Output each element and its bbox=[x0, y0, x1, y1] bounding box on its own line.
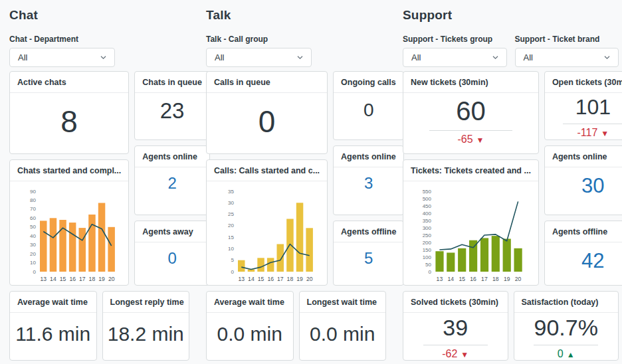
talk-agents-online-title: Agents online bbox=[334, 146, 403, 167]
talk-longest-wait-value: 0.0 min bbox=[300, 313, 386, 345]
svg-text:13: 13 bbox=[437, 276, 443, 282]
section-support: Support Support - Tickets group All Supp… bbox=[403, 8, 619, 361]
chats-in-queue-card: Chats in queue 23 bbox=[134, 71, 210, 140]
talk-longest-wait-title: Longest wait time bbox=[300, 292, 386, 313]
svg-text:550: 550 bbox=[423, 189, 432, 195]
svg-text:13: 13 bbox=[41, 276, 47, 282]
talk-agents-online-card: Agents online 3 bbox=[333, 145, 404, 215]
chevron-down-icon bbox=[603, 53, 611, 62]
svg-text:350: 350 bbox=[423, 218, 432, 224]
support-ticket-brand-dropdown[interactable]: All bbox=[515, 48, 619, 67]
solved-tickets-delta: -62 ▼ bbox=[403, 348, 508, 360]
svg-text:19: 19 bbox=[504, 276, 510, 282]
svg-text:90: 90 bbox=[30, 189, 36, 195]
calls-chart-title: Calls: Calls started and c... bbox=[207, 160, 327, 181]
support-agents-offline-title: Agents offline bbox=[545, 221, 622, 242]
trend-up-icon: ▲ bbox=[567, 349, 575, 359]
calls-in-queue-title: Calls in queue bbox=[207, 72, 327, 93]
tickets-chart-card: Tickets: Tickets created and ... 0501001… bbox=[403, 159, 539, 286]
trend-down-icon: ▼ bbox=[476, 135, 484, 145]
svg-text:17: 17 bbox=[482, 276, 488, 282]
support-tickets-group-filter-label: Support - Tickets group bbox=[403, 35, 507, 44]
svg-text:16: 16 bbox=[470, 276, 477, 282]
ongoing-calls-title: Ongoing calls bbox=[334, 72, 403, 93]
talk-section-title: Talk bbox=[206, 8, 386, 23]
tickets-created-solved-chart: 0501001502002503003504004505005501314151… bbox=[415, 185, 527, 286]
svg-text:450: 450 bbox=[423, 203, 432, 209]
svg-text:18: 18 bbox=[492, 276, 499, 282]
svg-text:500: 500 bbox=[423, 196, 432, 202]
chats-in-queue-value: 23 bbox=[135, 93, 209, 123]
talk-average-wait-title: Average wait time bbox=[207, 292, 293, 313]
chat-average-wait-title: Average wait time bbox=[10, 292, 96, 313]
talk-agents-online-value: 3 bbox=[334, 167, 403, 192]
section-chat: Chat Chat - Department All Active chats … bbox=[9, 8, 189, 361]
support-ticket-brand-dropdown-value: All bbox=[524, 52, 533, 62]
chat-agents-online-title: Agents online bbox=[135, 146, 209, 167]
svg-text:14: 14 bbox=[448, 276, 455, 282]
support-ticket-brand-filter: Support - Ticket brand All bbox=[515, 35, 619, 67]
support-tickets-group-dropdown[interactable]: All bbox=[403, 48, 507, 67]
chat-longest-reply-title: Longest reply time bbox=[103, 292, 189, 313]
svg-text:18: 18 bbox=[286, 276, 293, 282]
chat-agents-away-card: Agents away 0 bbox=[134, 221, 210, 286]
svg-text:16: 16 bbox=[267, 276, 274, 282]
chat-agents-away-title: Agents away bbox=[135, 221, 209, 242]
satisfaction-delta-value: 0 bbox=[558, 348, 564, 360]
svg-text:35: 35 bbox=[228, 189, 234, 195]
solved-tickets-value: 39 bbox=[403, 313, 508, 340]
active-chats-value: 8 bbox=[10, 93, 128, 139]
chat-department-filter: Chat - Department All bbox=[9, 35, 115, 67]
svg-text:10: 10 bbox=[30, 260, 36, 266]
svg-text:100: 100 bbox=[423, 254, 432, 260]
svg-text:300: 300 bbox=[423, 225, 432, 231]
support-ticket-brand-filter-label: Support - Ticket brand bbox=[515, 35, 619, 44]
talk-call-group-filter: Talk - Call group All bbox=[206, 35, 312, 67]
svg-text:150: 150 bbox=[423, 247, 432, 253]
satisfaction-delta: 0 ▲ bbox=[514, 348, 619, 360]
talk-call-group-dropdown[interactable]: All bbox=[206, 48, 312, 67]
delta-divider bbox=[563, 124, 622, 124]
svg-text:40: 40 bbox=[30, 233, 36, 239]
satisfaction-title: Satisfaction (today) bbox=[514, 292, 619, 313]
open-tickets-delta: -117 ▼ bbox=[545, 127, 622, 139]
chat-average-wait-card: Average wait time 11.6 min bbox=[9, 291, 97, 361]
svg-text:17: 17 bbox=[79, 276, 86, 282]
solved-tickets-delta-value: -62 bbox=[442, 348, 457, 360]
svg-text:80: 80 bbox=[30, 197, 36, 203]
svg-text:20: 20 bbox=[228, 223, 234, 228]
chat-agents-online-value: 2 bbox=[135, 167, 209, 192]
support-agents-online-value: 30 bbox=[545, 167, 622, 197]
chat-longest-reply-value: 18.2 min bbox=[103, 313, 189, 345]
svg-text:0: 0 bbox=[33, 269, 37, 275]
svg-text:20: 20 bbox=[515, 276, 522, 282]
svg-text:19: 19 bbox=[296, 276, 303, 282]
chat-department-dropdown[interactable]: All bbox=[9, 48, 115, 67]
chat-agents-away-value: 0 bbox=[135, 242, 209, 267]
svg-text:50: 50 bbox=[30, 224, 36, 230]
svg-text:15: 15 bbox=[459, 276, 466, 282]
open-tickets-card: Open tickets (30min) 101 -117 ▼ bbox=[544, 71, 622, 140]
svg-text:60: 60 bbox=[30, 215, 36, 221]
section-talk: Talk Talk - Call group All Calls in queu… bbox=[206, 8, 386, 361]
svg-text:0: 0 bbox=[231, 269, 234, 275]
new-tickets-delta: -65 ▼ bbox=[403, 134, 538, 145]
talk-call-group-filter-label: Talk - Call group bbox=[206, 35, 312, 44]
chat-average-wait-value: 11.6 min bbox=[10, 313, 96, 345]
svg-text:19: 19 bbox=[98, 276, 105, 282]
solved-tickets-card: Solved tickets (30min) 39 -62 ▼ bbox=[403, 291, 508, 361]
svg-text:50: 50 bbox=[426, 262, 432, 268]
talk-agents-offline-card: Agents offline 5 bbox=[333, 221, 404, 286]
svg-text:13: 13 bbox=[238, 276, 245, 282]
calls-started-completed-chart: 051015202530351314151617181920 bbox=[218, 185, 318, 286]
talk-call-group-dropdown-value: All bbox=[215, 52, 224, 62]
svg-text:14: 14 bbox=[50, 276, 56, 282]
svg-text:70: 70 bbox=[30, 206, 36, 212]
active-chats-card: Active chats 8 bbox=[9, 71, 129, 154]
trend-down-icon: ▼ bbox=[601, 128, 609, 138]
solved-tickets-title: Solved tickets (30min) bbox=[403, 292, 508, 313]
svg-text:15: 15 bbox=[60, 276, 66, 282]
svg-text:17: 17 bbox=[277, 276, 284, 282]
chat-agents-online-card: Agents online 2 bbox=[134, 145, 210, 215]
trend-down-icon: ▼ bbox=[461, 349, 468, 359]
